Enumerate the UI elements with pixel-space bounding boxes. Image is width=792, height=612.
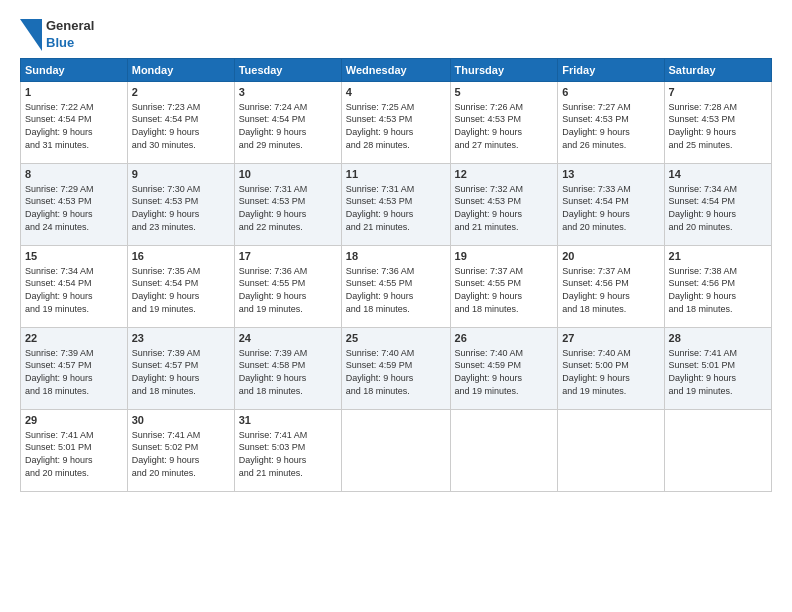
logo-container: General Blue [20, 18, 94, 52]
logo-triangle-icon [20, 19, 42, 51]
day-info: Sunrise: 7:36 AMSunset: 4:55 PMDaylight:… [239, 266, 308, 314]
calendar-cell: 5Sunrise: 7:26 AMSunset: 4:53 PMDaylight… [450, 81, 558, 163]
calendar-cell: 23Sunrise: 7:39 AMSunset: 4:57 PMDayligh… [127, 327, 234, 409]
day-info: Sunrise: 7:39 AMSunset: 4:57 PMDaylight:… [25, 348, 94, 396]
calendar-cell: 25Sunrise: 7:40 AMSunset: 4:59 PMDayligh… [341, 327, 450, 409]
calendar-cell: 7Sunrise: 7:28 AMSunset: 4:53 PMDaylight… [664, 81, 771, 163]
day-info: Sunrise: 7:40 AMSunset: 4:59 PMDaylight:… [346, 348, 415, 396]
calendar-cell: 13Sunrise: 7:33 AMSunset: 4:54 PMDayligh… [558, 163, 664, 245]
day-number: 3 [239, 85, 337, 100]
day-number: 10 [239, 167, 337, 182]
day-of-week-header: Thursday [450, 58, 558, 81]
calendar-week-row: 22Sunrise: 7:39 AMSunset: 4:57 PMDayligh… [21, 327, 772, 409]
day-number: 6 [562, 85, 659, 100]
day-info: Sunrise: 7:40 AMSunset: 4:59 PMDaylight:… [455, 348, 524, 396]
day-info: Sunrise: 7:40 AMSunset: 5:00 PMDaylight:… [562, 348, 631, 396]
day-number: 25 [346, 331, 446, 346]
logo-line1: General [46, 18, 94, 35]
day-info: Sunrise: 7:34 AMSunset: 4:54 PMDaylight:… [25, 266, 94, 314]
calendar-cell: 8Sunrise: 7:29 AMSunset: 4:53 PMDaylight… [21, 163, 128, 245]
day-number: 9 [132, 167, 230, 182]
day-info: Sunrise: 7:37 AMSunset: 4:56 PMDaylight:… [562, 266, 631, 314]
day-info: Sunrise: 7:34 AMSunset: 4:54 PMDaylight:… [669, 184, 738, 232]
day-info: Sunrise: 7:29 AMSunset: 4:53 PMDaylight:… [25, 184, 94, 232]
calendar-cell: 4Sunrise: 7:25 AMSunset: 4:53 PMDaylight… [341, 81, 450, 163]
calendar-cell: 24Sunrise: 7:39 AMSunset: 4:58 PMDayligh… [234, 327, 341, 409]
calendar-cell: 29Sunrise: 7:41 AMSunset: 5:01 PMDayligh… [21, 409, 128, 491]
calendar-cell [341, 409, 450, 491]
day-number: 31 [239, 413, 337, 428]
day-number: 5 [455, 85, 554, 100]
day-number: 18 [346, 249, 446, 264]
calendar-cell: 10Sunrise: 7:31 AMSunset: 4:53 PMDayligh… [234, 163, 341, 245]
day-number: 11 [346, 167, 446, 182]
day-info: Sunrise: 7:33 AMSunset: 4:54 PMDaylight:… [562, 184, 631, 232]
day-number: 26 [455, 331, 554, 346]
day-number: 28 [669, 331, 767, 346]
day-info: Sunrise: 7:31 AMSunset: 4:53 PMDaylight:… [346, 184, 415, 232]
logo-line2: Blue [46, 35, 94, 52]
day-number: 7 [669, 85, 767, 100]
calendar-week-row: 15Sunrise: 7:34 AMSunset: 4:54 PMDayligh… [21, 245, 772, 327]
header: General Blue [20, 18, 772, 52]
calendar-week-row: 1Sunrise: 7:22 AMSunset: 4:54 PMDaylight… [21, 81, 772, 163]
day-info: Sunrise: 7:22 AMSunset: 4:54 PMDaylight:… [25, 102, 94, 150]
calendar-cell: 18Sunrise: 7:36 AMSunset: 4:55 PMDayligh… [341, 245, 450, 327]
day-info: Sunrise: 7:37 AMSunset: 4:55 PMDaylight:… [455, 266, 524, 314]
day-info: Sunrise: 7:23 AMSunset: 4:54 PMDaylight:… [132, 102, 201, 150]
day-number: 21 [669, 249, 767, 264]
day-number: 19 [455, 249, 554, 264]
day-info: Sunrise: 7:41 AMSunset: 5:02 PMDaylight:… [132, 430, 201, 478]
calendar-cell: 3Sunrise: 7:24 AMSunset: 4:54 PMDaylight… [234, 81, 341, 163]
calendar: SundayMondayTuesdayWednesdayThursdayFrid… [20, 58, 772, 492]
day-of-week-header: Wednesday [341, 58, 450, 81]
calendar-cell: 9Sunrise: 7:30 AMSunset: 4:53 PMDaylight… [127, 163, 234, 245]
day-number: 1 [25, 85, 123, 100]
calendar-cell: 22Sunrise: 7:39 AMSunset: 4:57 PMDayligh… [21, 327, 128, 409]
day-number: 20 [562, 249, 659, 264]
day-number: 12 [455, 167, 554, 182]
calendar-cell: 2Sunrise: 7:23 AMSunset: 4:54 PMDaylight… [127, 81, 234, 163]
day-number: 27 [562, 331, 659, 346]
day-number: 2 [132, 85, 230, 100]
day-info: Sunrise: 7:30 AMSunset: 4:53 PMDaylight:… [132, 184, 201, 232]
calendar-cell [450, 409, 558, 491]
day-info: Sunrise: 7:27 AMSunset: 4:53 PMDaylight:… [562, 102, 631, 150]
day-info: Sunrise: 7:35 AMSunset: 4:54 PMDaylight:… [132, 266, 201, 314]
calendar-week-row: 8Sunrise: 7:29 AMSunset: 4:53 PMDaylight… [21, 163, 772, 245]
day-info: Sunrise: 7:39 AMSunset: 4:57 PMDaylight:… [132, 348, 201, 396]
day-info: Sunrise: 7:28 AMSunset: 4:53 PMDaylight:… [669, 102, 738, 150]
calendar-cell: 21Sunrise: 7:38 AMSunset: 4:56 PMDayligh… [664, 245, 771, 327]
day-info: Sunrise: 7:25 AMSunset: 4:53 PMDaylight:… [346, 102, 415, 150]
calendar-cell: 17Sunrise: 7:36 AMSunset: 4:55 PMDayligh… [234, 245, 341, 327]
day-info: Sunrise: 7:26 AMSunset: 4:53 PMDaylight:… [455, 102, 524, 150]
logo-text: General Blue [46, 18, 94, 52]
day-number: 23 [132, 331, 230, 346]
day-info: Sunrise: 7:31 AMSunset: 4:53 PMDaylight:… [239, 184, 308, 232]
logo: General Blue [20, 18, 94, 52]
calendar-cell: 28Sunrise: 7:41 AMSunset: 5:01 PMDayligh… [664, 327, 771, 409]
calendar-cell: 31Sunrise: 7:41 AMSunset: 5:03 PMDayligh… [234, 409, 341, 491]
calendar-header-row: SundayMondayTuesdayWednesdayThursdayFrid… [21, 58, 772, 81]
day-info: Sunrise: 7:39 AMSunset: 4:58 PMDaylight:… [239, 348, 308, 396]
day-info: Sunrise: 7:38 AMSunset: 4:56 PMDaylight:… [669, 266, 738, 314]
day-of-week-header: Friday [558, 58, 664, 81]
calendar-cell: 6Sunrise: 7:27 AMSunset: 4:53 PMDaylight… [558, 81, 664, 163]
day-of-week-header: Tuesday [234, 58, 341, 81]
day-number: 17 [239, 249, 337, 264]
day-of-week-header: Monday [127, 58, 234, 81]
day-info: Sunrise: 7:41 AMSunset: 5:03 PMDaylight:… [239, 430, 308, 478]
day-info: Sunrise: 7:32 AMSunset: 4:53 PMDaylight:… [455, 184, 524, 232]
calendar-cell: 20Sunrise: 7:37 AMSunset: 4:56 PMDayligh… [558, 245, 664, 327]
calendar-cell: 16Sunrise: 7:35 AMSunset: 4:54 PMDayligh… [127, 245, 234, 327]
day-number: 8 [25, 167, 123, 182]
calendar-cell: 27Sunrise: 7:40 AMSunset: 5:00 PMDayligh… [558, 327, 664, 409]
day-number: 13 [562, 167, 659, 182]
calendar-cell [558, 409, 664, 491]
day-info: Sunrise: 7:41 AMSunset: 5:01 PMDaylight:… [669, 348, 738, 396]
calendar-week-row: 29Sunrise: 7:41 AMSunset: 5:01 PMDayligh… [21, 409, 772, 491]
day-number: 24 [239, 331, 337, 346]
calendar-cell: 26Sunrise: 7:40 AMSunset: 4:59 PMDayligh… [450, 327, 558, 409]
day-info: Sunrise: 7:36 AMSunset: 4:55 PMDaylight:… [346, 266, 415, 314]
day-number: 29 [25, 413, 123, 428]
